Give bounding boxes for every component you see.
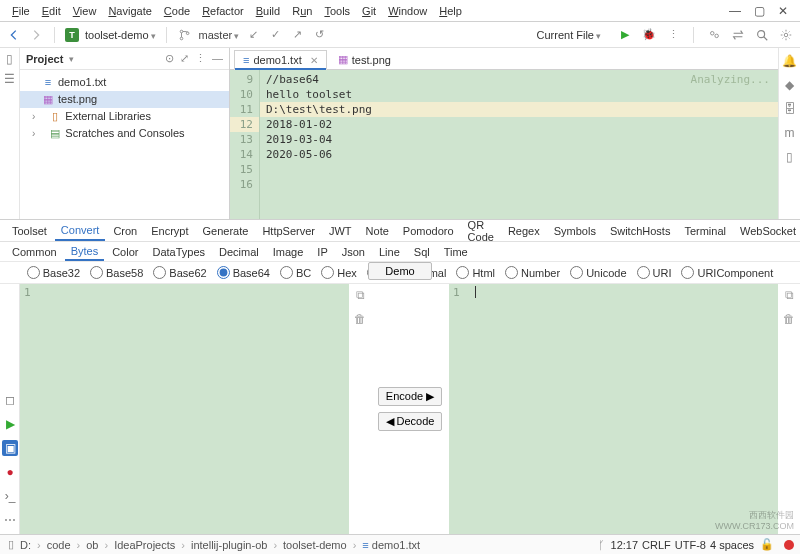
status-indent[interactable]: 4 spaces bbox=[710, 539, 754, 551]
tab-testpng[interactable]: ▦test.png bbox=[329, 49, 400, 69]
tree-item-external-libs[interactable]: ▯External Libraries bbox=[20, 108, 229, 125]
expand-all-icon[interactable]: ⤢ bbox=[180, 52, 189, 65]
window-maximize-button[interactable]: ▢ bbox=[752, 4, 766, 18]
toolset-tab-websocket[interactable]: WebSocket bbox=[734, 222, 800, 240]
project-tool-button[interactable]: ▯ bbox=[6, 52, 13, 66]
toolset-window-icon[interactable]: ▣ bbox=[2, 440, 18, 456]
tree-item-testpng[interactable]: ▦test.png bbox=[20, 91, 229, 108]
ide-updates-icon[interactable] bbox=[730, 27, 746, 43]
status-git-icon[interactable]: ᚴ bbox=[596, 539, 607, 551]
menu-build[interactable]: Build bbox=[250, 3, 286, 19]
sub-decimal[interactable]: Decimal bbox=[213, 244, 265, 260]
breadcrumb[interactable]: IdeaProjects bbox=[114, 539, 175, 551]
menu-git[interactable]: Git bbox=[356, 3, 382, 19]
git-branch[interactable]: master▾ bbox=[199, 29, 240, 41]
radio-base64[interactable]: Base64 bbox=[217, 266, 270, 279]
breadcrumb[interactable]: intellij-plugin-ob bbox=[191, 539, 267, 551]
status-line-col[interactable]: 12:17 bbox=[611, 539, 639, 551]
tab-demo1[interactable]: ≡demo1.txt✕ bbox=[234, 50, 327, 70]
nav-forward-button[interactable] bbox=[28, 27, 44, 43]
clear-output-icon[interactable]: 🗑 bbox=[783, 312, 795, 326]
radio-bc[interactable]: BC bbox=[280, 266, 311, 279]
status-readonly-icon[interactable]: 🔓 bbox=[758, 538, 776, 551]
select-opened-file-icon[interactable]: ⊙ bbox=[165, 52, 174, 65]
menu-file[interactable]: File bbox=[6, 3, 36, 19]
radio-base32[interactable]: Base32 bbox=[27, 266, 80, 279]
menu-run[interactable]: Run bbox=[286, 3, 318, 19]
toolset-tab-note[interactable]: Note bbox=[360, 222, 395, 240]
toolset-tab-convert[interactable]: Convert bbox=[55, 221, 106, 241]
encode-button[interactable]: Encode ▶ bbox=[378, 387, 442, 406]
menu-window[interactable]: Window bbox=[382, 3, 433, 19]
copy-output-icon[interactable]: ⧉ bbox=[785, 288, 794, 302]
radio-number[interactable]: Number bbox=[505, 266, 560, 279]
breadcrumb[interactable]: toolset-demo bbox=[283, 539, 347, 551]
demo-button[interactable]: Demo bbox=[368, 262, 432, 280]
radio-uricomponent[interactable]: URIComponent bbox=[681, 266, 773, 279]
run-config-selector[interactable]: Current File▾ bbox=[529, 27, 609, 43]
menu-code[interactable]: Code bbox=[158, 3, 196, 19]
vcs-update-icon[interactable]: ↙ bbox=[245, 27, 261, 43]
menu-refactor[interactable]: Refactor bbox=[196, 3, 250, 19]
sub-bytes[interactable]: Bytes bbox=[65, 243, 105, 261]
project-tree[interactable]: ≡demo1.txt ▦test.png ▯External Libraries… bbox=[20, 70, 229, 146]
toolset-tab-toolset[interactable]: Toolset bbox=[6, 222, 53, 240]
status-error-indicator[interactable] bbox=[784, 540, 794, 550]
ai-assistant-icon[interactable]: ◆ bbox=[785, 78, 794, 92]
tree-item-demo1[interactable]: ≡demo1.txt bbox=[20, 74, 229, 91]
sub-image[interactable]: Image bbox=[267, 244, 310, 260]
debug-button[interactable]: 🐞 bbox=[641, 27, 657, 43]
status-menu-icon[interactable]: ▯ bbox=[6, 538, 16, 551]
toolset-tab-cron[interactable]: Cron bbox=[107, 222, 143, 240]
toolset-tab-jwt[interactable]: JWT bbox=[323, 222, 358, 240]
sub-common[interactable]: Common bbox=[6, 244, 63, 260]
decode-button[interactable]: ◀ Decode bbox=[378, 412, 442, 431]
sub-sql[interactable]: Sql bbox=[408, 244, 436, 260]
editor-body[interactable]: 9 10 11 12 13 14 15 16 Analyzing... //ba… bbox=[230, 70, 778, 219]
radio-uri[interactable]: URI bbox=[637, 266, 672, 279]
breadcrumb-root[interactable]: D: bbox=[20, 539, 31, 551]
window-minimize-button[interactable]: — bbox=[728, 4, 742, 18]
search-everywhere-icon[interactable] bbox=[754, 27, 770, 43]
toolset-tab-qrcode[interactable]: QR Code bbox=[462, 216, 500, 246]
run-button[interactable]: ▶ bbox=[617, 27, 633, 43]
toolset-tab-terminal[interactable]: Terminal bbox=[678, 222, 732, 240]
tree-item-scratches[interactable]: ▤Scratches and Consoles bbox=[20, 125, 229, 142]
breadcrumb[interactable]: code bbox=[47, 539, 71, 551]
toolset-tab-symbols[interactable]: Symbols bbox=[548, 222, 602, 240]
code-area[interactable]: Analyzing... //base64 hello toolset D:\t… bbox=[260, 70, 778, 219]
vcs-commit-icon[interactable]: ✓ bbox=[267, 27, 283, 43]
toolset-tab-pomodoro[interactable]: Pomodoro bbox=[397, 222, 460, 240]
nav-back-button[interactable] bbox=[6, 27, 22, 43]
menu-view[interactable]: View bbox=[67, 3, 103, 19]
gradle-tool-icon[interactable]: ▯ bbox=[786, 150, 793, 164]
debug-window-icon[interactable]: ● bbox=[2, 464, 18, 480]
code-with-me-icon[interactable] bbox=[706, 27, 722, 43]
convert-input-pane[interactable]: 1 bbox=[20, 284, 349, 534]
toolset-tab-regex[interactable]: Regex bbox=[502, 222, 546, 240]
vcs-history-icon[interactable]: ↺ bbox=[311, 27, 327, 43]
menu-help[interactable]: Help bbox=[433, 3, 468, 19]
sub-time[interactable]: Time bbox=[438, 244, 474, 260]
radio-html[interactable]: Html bbox=[456, 266, 495, 279]
toolset-tab-httpserver[interactable]: HttpServer bbox=[256, 222, 321, 240]
sub-line[interactable]: Line bbox=[373, 244, 406, 260]
radio-unicode[interactable]: Unicode bbox=[570, 266, 626, 279]
project-panel-title[interactable]: Project bbox=[26, 53, 63, 65]
panel-settings-icon[interactable]: ⋮ bbox=[195, 52, 206, 65]
bookmarks-icon[interactable]: ◻ bbox=[2, 392, 18, 408]
menu-edit[interactable]: Edit bbox=[36, 3, 67, 19]
hide-panel-icon[interactable]: — bbox=[212, 52, 223, 65]
maven-tool-icon[interactable]: m bbox=[785, 126, 795, 140]
copy-icon[interactable]: ⧉ bbox=[356, 288, 365, 302]
settings-icon[interactable] bbox=[778, 27, 794, 43]
toolset-tab-generate[interactable]: Generate bbox=[197, 222, 255, 240]
toolset-tab-switchhosts[interactable]: SwitchHosts bbox=[604, 222, 677, 240]
terminal-window-icon[interactable]: ›_ bbox=[2, 488, 18, 504]
sub-color[interactable]: Color bbox=[106, 244, 144, 260]
structure-tool-icon[interactable]: ☰ bbox=[4, 72, 15, 86]
menu-navigate[interactable]: Navigate bbox=[102, 3, 157, 19]
database-tool-icon[interactable]: 🗄 bbox=[784, 102, 796, 116]
sub-ip[interactable]: IP bbox=[311, 244, 333, 260]
notifications-icon[interactable]: 🔔 bbox=[782, 54, 797, 68]
